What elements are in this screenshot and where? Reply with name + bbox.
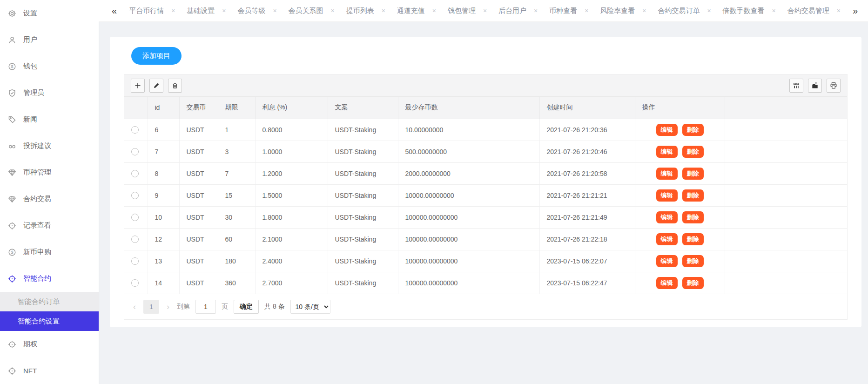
add-item-button[interactable]: 添加项目	[131, 47, 182, 65]
sidebar-item-5[interactable]: 投拆建议	[0, 133, 99, 159]
tab-item-10[interactable]: 合约交易订单×	[658, 7, 711, 15]
confirm-page-button[interactable]: 确定	[234, 300, 259, 314]
tab-close-icon[interactable]: ×	[331, 7, 335, 14]
sidebar-subitem-0[interactable]: 智能合约订单	[0, 292, 99, 311]
delete-button[interactable]: 删除	[682, 277, 704, 289]
export-button[interactable]	[808, 79, 822, 93]
tab-item-8[interactable]: 币种查看×	[549, 7, 588, 15]
tab-close-icon[interactable]: ×	[432, 7, 436, 14]
next-page-icon[interactable]: ›	[165, 303, 171, 311]
columns-button[interactable]	[789, 79, 803, 93]
delete-button[interactable]: 删除	[682, 255, 704, 267]
cell-copy: USDT-Staking	[328, 119, 398, 141]
edit-button[interactable]: 编辑	[656, 255, 678, 267]
tab-item-4[interactable]: 提币列表×	[346, 7, 385, 15]
sidebar-item-4[interactable]: 新闻	[0, 106, 99, 133]
sidebar-item-9[interactable]: $新币申购	[0, 239, 99, 265]
tab-close-icon[interactable]: ×	[642, 7, 646, 14]
print-button[interactable]	[827, 79, 841, 93]
row-radio[interactable]	[131, 279, 139, 287]
current-page-badge[interactable]: 1	[143, 300, 159, 314]
sidebar-item-10[interactable]: 智能合约	[0, 265, 99, 292]
tab-item-5[interactable]: 通道充值×	[397, 7, 436, 15]
row-radio[interactable]	[131, 148, 139, 155]
edit-button[interactable]: 编辑	[656, 146, 678, 158]
row-radio[interactable]	[131, 170, 139, 177]
row-radio[interactable]	[131, 214, 139, 221]
row-radio[interactable]	[131, 257, 139, 265]
cell-term: 60	[218, 228, 255, 250]
cell-filler	[725, 162, 847, 184]
tab-close-icon[interactable]: ×	[772, 7, 776, 14]
edit-button[interactable]: 编辑	[656, 124, 678, 136]
cell-copy: USDT-Staking	[328, 184, 398, 206]
tabs-scroll-left-icon[interactable]: «	[112, 6, 117, 15]
tab-item-6[interactable]: 钱包管理×	[448, 7, 487, 15]
cell-created_at: 2021-07-26 21:22:18	[539, 228, 635, 250]
edit-button[interactable]: 编辑	[656, 233, 678, 245]
tab-item-12[interactable]: 合约交易管理×	[787, 7, 841, 15]
delete-button[interactable]: 删除	[682, 189, 704, 202]
edit-button[interactable]: 编辑	[656, 189, 678, 202]
tab-bar: « 平台币行情×基础设置×会员等级×会员关系图×提币列表×通道充值×钱包管理×后…	[99, 0, 868, 22]
sidebar-item-6[interactable]: 币种管理	[0, 159, 99, 186]
sidebar-item-0[interactable]: 设置	[0, 0, 99, 27]
tab-close-icon[interactable]: ×	[837, 7, 841, 14]
sidebar-item-11[interactable]: 期权	[0, 331, 99, 357]
row-radio[interactable]	[131, 126, 139, 134]
page-size-select[interactable]: 10 条/页	[290, 300, 330, 314]
sidebar-item-1[interactable]: 用户	[0, 27, 99, 53]
tab-item-2[interactable]: 会员等级×	[237, 7, 276, 15]
tab-item-1[interactable]: 基础设置×	[187, 7, 226, 15]
sidebar: 设置用户$钱包管理员新闻投拆建议币种管理合约交易记录查看$新币申购智能合约智能合…	[0, 0, 99, 384]
tab-close-icon[interactable]: ×	[171, 7, 175, 14]
prev-page-icon[interactable]: ‹	[131, 303, 138, 311]
cell-select	[124, 228, 148, 250]
delete-button[interactable]: 删除	[682, 146, 704, 158]
table-row-2: 8USDT71.2000USDT-Staking2000.00000000202…	[124, 162, 847, 184]
sidebar-item-2[interactable]: $钱包	[0, 53, 99, 80]
cell-filler	[725, 119, 847, 141]
edit-button[interactable]: 编辑	[656, 277, 678, 289]
sidebar-item-7[interactable]: 合约交易	[0, 186, 99, 212]
edit-button[interactable]: 编辑	[656, 168, 678, 180]
cell-actions: 编辑删除	[635, 228, 725, 250]
sidebar-item-12[interactable]: NFT	[0, 357, 99, 384]
tab-close-icon[interactable]: ×	[707, 7, 711, 14]
tabs-scroll-right-icon[interactable]: »	[853, 6, 858, 15]
tab-close-icon[interactable]: ×	[534, 7, 538, 14]
sidebar-subitem-1[interactable]: 智能合约设置	[0, 311, 99, 331]
sidebar-item-3[interactable]: 管理员	[0, 80, 99, 106]
cell-actions: 编辑删除	[635, 250, 725, 272]
tab-item-11[interactable]: 倍数手数查看×	[723, 7, 776, 15]
delete-button[interactable]: 删除	[682, 211, 704, 223]
delete-button[interactable]	[168, 79, 182, 93]
goto-page-prefix-label: 到第	[177, 303, 190, 311]
cell-created_at: 2023-07-15 06:22:47	[539, 272, 635, 294]
tab-close-icon[interactable]: ×	[382, 7, 385, 14]
row-radio[interactable]	[131, 192, 139, 199]
tab-close-icon[interactable]: ×	[483, 7, 487, 14]
sidebar-item-8[interactable]: 记录查看	[0, 212, 99, 239]
delete-button[interactable]: 删除	[682, 233, 704, 245]
delete-button[interactable]: 删除	[682, 124, 704, 136]
goto-page-input[interactable]	[195, 300, 216, 314]
svg-text:$: $	[11, 64, 13, 69]
tab-item-0[interactable]: 平台币行情×	[129, 7, 175, 15]
tab-item-9[interactable]: 风险率查看×	[600, 7, 646, 15]
tab-label: 通道充值	[397, 7, 425, 15]
tab-close-icon[interactable]: ×	[273, 7, 276, 14]
row-radio[interactable]	[131, 236, 139, 243]
edit-button[interactable]: 编辑	[656, 211, 678, 223]
plus-button[interactable]	[131, 79, 145, 93]
tab-item-3[interactable]: 会员关系图×	[289, 7, 335, 15]
cell-filler	[725, 250, 847, 272]
sidebar-item-label: 新币申购	[23, 248, 51, 256]
tab-close-icon[interactable]: ×	[585, 7, 588, 14]
sidebar-item-label: 记录查看	[23, 221, 51, 230]
sidebar-item-label: 用户	[23, 35, 37, 44]
edit-button[interactable]	[149, 79, 163, 93]
tab-close-icon[interactable]: ×	[222, 7, 226, 14]
delete-button[interactable]: 删除	[682, 168, 704, 180]
tab-item-7[interactable]: 后台用户×	[498, 7, 538, 15]
